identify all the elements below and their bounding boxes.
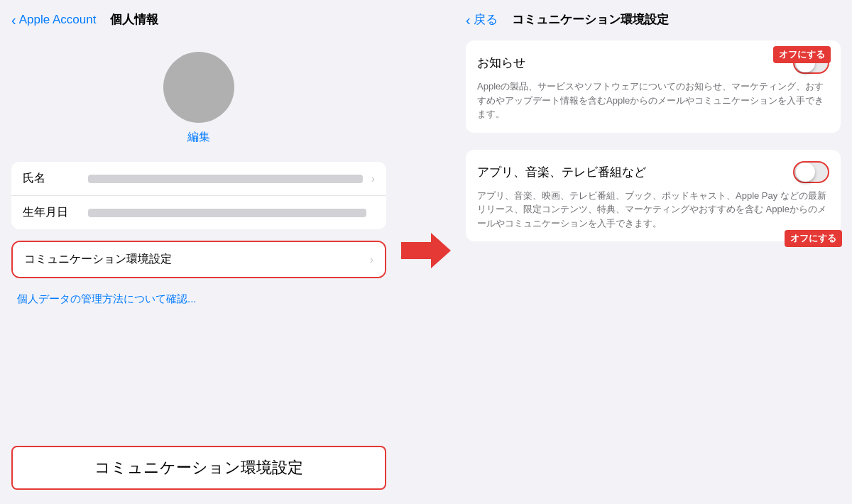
comm-chevron-icon: › (370, 253, 373, 266)
notification-card-1-header: お知らせ オフにする (477, 52, 829, 74)
notification-title-1: お知らせ (477, 55, 525, 71)
privacy-link[interactable]: 個人データの管理方法について確認... (0, 284, 398, 314)
off-label-1: オフにする (773, 46, 831, 63)
svg-marker-0 (401, 233, 451, 268)
left-nav-title: 個人情報 (110, 11, 158, 28)
name-label: 氏名 (23, 171, 80, 186)
comm-settings-row[interactable]: コミュニケーション環境設定 › (13, 242, 385, 277)
notification-card-2: アプリ、音楽、テレビ番組など アプリ、音楽、映画、テレビ番組、ブック、ポッドキャ… (466, 150, 841, 242)
name-row[interactable]: 氏名 › (11, 162, 386, 196)
back-chevron-icon: ‹ (11, 13, 16, 27)
notification-toggle-2-container (793, 161, 829, 183)
comm-settings-label: コミュニケーション環境設定 (24, 252, 370, 267)
arrow-section (398, 0, 454, 504)
right-arrow-icon (401, 229, 451, 275)
off-label-2: オフにする (785, 230, 842, 247)
right-back-chevron-icon: ‹ (466, 13, 471, 27)
notification-toggle-2[interactable] (793, 161, 829, 183)
personal-info-group: 氏名 › 生年月日 (11, 162, 386, 229)
toggle-knob-2 (796, 163, 815, 182)
notification-desc-2: アプリ、音楽、映画、テレビ番組、ブック、ポッドキャスト、Apple Pay など… (477, 190, 826, 229)
birthday-value (88, 209, 366, 217)
name-chevron-icon: › (371, 172, 375, 185)
notification-card-1: お知らせ オフにする Appleの製品、サービスやソフトウェアについてのお知らせ… (466, 40, 841, 133)
birthday-row[interactable]: 生年月日 (11, 196, 386, 229)
bottom-annotation: コミュニケーション環境設定 (11, 446, 386, 490)
right-nav-bar: ‹ 戻る コミュニケーション環境設定 (454, 0, 852, 35)
notification-title-2: アプリ、音楽、テレビ番組など (477, 164, 646, 180)
right-back-label: 戻る (474, 11, 498, 28)
birthday-label: 生年月日 (23, 205, 80, 220)
notification-card-2-header: アプリ、音楽、テレビ番組など (477, 161, 829, 183)
bottom-label-text: コミュニケーション環境設定 (94, 459, 303, 476)
comm-settings-group: コミュニケーション環境設定 › (11, 241, 386, 278)
right-nav-title: コミュニケーション環境設定 (512, 11, 669, 28)
left-nav-bar: ‹ Apple Account 個人情報 (0, 0, 398, 35)
right-panel: ‹ 戻る コミュニケーション環境設定 お知らせ オフにする Appleの製品、サ… (454, 0, 852, 504)
right-back-button[interactable]: ‹ 戻る (466, 11, 498, 28)
avatar (163, 52, 234, 123)
avatar-section: 編集 (0, 35, 398, 156)
left-panel: ‹ Apple Account 個人情報 編集 氏名 › 生年月日 コミュニケー… (0, 0, 398, 504)
notification-toggle-1-container: オフにする (793, 52, 829, 74)
notification-desc-1: Appleの製品、サービスやソフトウェアについてのお知らせ、マーケティング、おす… (477, 81, 824, 119)
name-value (88, 175, 363, 183)
edit-link[interactable]: 編集 (187, 130, 210, 145)
back-label: Apple Account (19, 13, 97, 27)
back-button[interactable]: ‹ Apple Account (11, 13, 96, 27)
